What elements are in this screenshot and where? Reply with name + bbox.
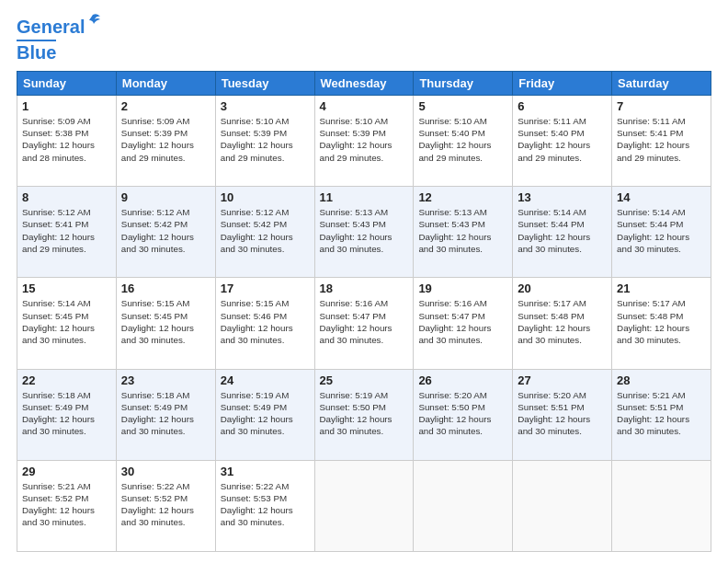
day-info: Sunrise: 5:14 AMSunset: 5:45 PMDaylight:… (22, 297, 111, 346)
week-row-1: 1Sunrise: 5:09 AMSunset: 5:38 PMDaylight… (17, 96, 711, 187)
day-number: 14 (617, 190, 706, 204)
day-info: Sunrise: 5:09 AMSunset: 5:39 PMDaylight:… (121, 115, 210, 164)
calendar-cell: 14Sunrise: 5:14 AMSunset: 5:44 PMDayligh… (612, 187, 711, 278)
week-row-4: 22Sunrise: 5:18 AMSunset: 5:49 PMDayligh… (17, 369, 711, 460)
calendar-cell: 6Sunrise: 5:11 AMSunset: 5:40 PMDaylight… (513, 96, 612, 187)
day-info: Sunrise: 5:16 AMSunset: 5:47 PMDaylight:… (418, 297, 507, 346)
day-number: 21 (617, 282, 706, 295)
calendar-cell: 31Sunrise: 5:22 AMSunset: 5:53 PMDayligh… (215, 460, 314, 551)
day-number: 31 (221, 465, 310, 478)
calendar-cell (513, 460, 612, 551)
calendar-cell: 17Sunrise: 5:15 AMSunset: 5:46 PMDayligh… (215, 278, 314, 369)
day-number: 20 (518, 282, 607, 295)
day-info: Sunrise: 5:10 AMSunset: 5:39 PMDaylight:… (320, 115, 409, 164)
col-header-wednesday: Wednesday (314, 72, 414, 96)
calendar-cell: 5Sunrise: 5:10 AMSunset: 5:40 PMDaylight… (414, 96, 513, 187)
day-number: 11 (320, 190, 409, 204)
col-header-monday: Monday (116, 72, 215, 96)
week-row-5: 29Sunrise: 5:21 AMSunset: 5:52 PMDayligh… (17, 460, 711, 551)
calendar-cell: 28Sunrise: 5:21 AMSunset: 5:51 PMDayligh… (612, 369, 711, 460)
day-number: 8 (22, 190, 111, 204)
calendar-table: SundayMondayTuesdayWednesdayThursdayFrid… (17, 71, 711, 552)
day-number: 24 (221, 373, 310, 387)
day-number: 10 (221, 190, 310, 204)
day-info: Sunrise: 5:21 AMSunset: 5:51 PMDaylight:… (617, 389, 706, 438)
day-number: 9 (121, 190, 210, 204)
day-info: Sunrise: 5:17 AMSunset: 5:48 PMDaylight:… (518, 297, 607, 346)
day-number: 26 (418, 373, 507, 387)
day-info: Sunrise: 5:13 AMSunset: 5:43 PMDaylight:… (418, 206, 507, 255)
day-number: 15 (22, 282, 111, 295)
calendar-cell: 25Sunrise: 5:19 AMSunset: 5:50 PMDayligh… (314, 369, 414, 460)
day-number: 3 (221, 99, 310, 113)
calendar-body: 1Sunrise: 5:09 AMSunset: 5:38 PMDaylight… (17, 96, 711, 552)
day-info: Sunrise: 5:11 AMSunset: 5:41 PMDaylight:… (617, 115, 706, 164)
calendar-cell: 19Sunrise: 5:16 AMSunset: 5:47 PMDayligh… (414, 278, 513, 369)
day-number: 18 (320, 282, 409, 295)
logo-bird-icon (85, 13, 101, 31)
column-header-row: SundayMondayTuesdayWednesdayThursdayFrid… (17, 72, 711, 96)
day-info: Sunrise: 5:19 AMSunset: 5:50 PMDaylight:… (320, 389, 409, 438)
calendar-cell: 3Sunrise: 5:10 AMSunset: 5:39 PMDaylight… (215, 96, 314, 187)
calendar-cell: 11Sunrise: 5:13 AMSunset: 5:43 PMDayligh… (314, 187, 414, 278)
page: General Blue SundayMondayTuesdayWednesda… (0, 0, 728, 563)
calendar-cell (314, 460, 414, 551)
calendar-cell: 4Sunrise: 5:10 AMSunset: 5:39 PMDaylight… (314, 96, 414, 187)
col-header-friday: Friday (513, 72, 612, 96)
calendar-cell: 30Sunrise: 5:22 AMSunset: 5:52 PMDayligh… (116, 460, 215, 551)
calendar-cell: 9Sunrise: 5:12 AMSunset: 5:42 PMDaylight… (116, 187, 215, 278)
day-info: Sunrise: 5:15 AMSunset: 5:45 PMDaylight:… (121, 297, 210, 346)
calendar-cell: 10Sunrise: 5:12 AMSunset: 5:42 PMDayligh… (215, 187, 314, 278)
day-info: Sunrise: 5:09 AMSunset: 5:38 PMDaylight:… (22, 115, 111, 164)
week-row-2: 8Sunrise: 5:12 AMSunset: 5:41 PMDaylight… (17, 187, 711, 278)
calendar-cell: 23Sunrise: 5:18 AMSunset: 5:49 PMDayligh… (116, 369, 215, 460)
day-number: 25 (320, 373, 409, 387)
day-info: Sunrise: 5:20 AMSunset: 5:51 PMDaylight:… (518, 389, 607, 438)
calendar-cell (414, 460, 513, 551)
day-number: 29 (22, 465, 111, 478)
day-info: Sunrise: 5:17 AMSunset: 5:48 PMDaylight:… (617, 297, 706, 346)
day-number: 5 (418, 99, 507, 113)
day-info: Sunrise: 5:11 AMSunset: 5:40 PMDaylight:… (518, 115, 607, 164)
calendar-cell: 18Sunrise: 5:16 AMSunset: 5:47 PMDayligh… (314, 278, 414, 369)
calendar-cell: 29Sunrise: 5:21 AMSunset: 5:52 PMDayligh… (17, 460, 117, 551)
week-row-3: 15Sunrise: 5:14 AMSunset: 5:45 PMDayligh… (17, 278, 711, 369)
calendar-cell: 1Sunrise: 5:09 AMSunset: 5:38 PMDaylight… (17, 96, 117, 187)
day-info: Sunrise: 5:10 AMSunset: 5:39 PMDaylight:… (221, 115, 310, 164)
day-number: 19 (418, 282, 507, 295)
day-info: Sunrise: 5:22 AMSunset: 5:53 PMDaylight:… (221, 480, 310, 529)
header: General Blue (17, 17, 711, 63)
day-info: Sunrise: 5:10 AMSunset: 5:40 PMDaylight:… (418, 115, 507, 164)
col-header-sunday: Sunday (17, 72, 117, 96)
col-header-saturday: Saturday (612, 72, 711, 96)
day-number: 16 (121, 282, 210, 295)
day-number: 4 (320, 99, 409, 113)
calendar-cell: 27Sunrise: 5:20 AMSunset: 5:51 PMDayligh… (513, 369, 612, 460)
day-number: 17 (221, 282, 310, 295)
logo: General Blue (17, 17, 85, 63)
calendar-cell (612, 460, 711, 551)
calendar-cell: 24Sunrise: 5:19 AMSunset: 5:49 PMDayligh… (215, 369, 314, 460)
day-number: 23 (121, 373, 210, 387)
day-info: Sunrise: 5:18 AMSunset: 5:49 PMDaylight:… (22, 389, 111, 438)
day-number: 2 (121, 99, 210, 113)
calendar-cell: 20Sunrise: 5:17 AMSunset: 5:48 PMDayligh… (513, 278, 612, 369)
day-info: Sunrise: 5:21 AMSunset: 5:52 PMDaylight:… (22, 480, 111, 529)
calendar-cell: 26Sunrise: 5:20 AMSunset: 5:50 PMDayligh… (414, 369, 513, 460)
calendar-cell: 22Sunrise: 5:18 AMSunset: 5:49 PMDayligh… (17, 369, 117, 460)
day-info: Sunrise: 5:16 AMSunset: 5:47 PMDaylight:… (320, 297, 409, 346)
calendar-cell: 16Sunrise: 5:15 AMSunset: 5:45 PMDayligh… (116, 278, 215, 369)
day-number: 6 (518, 99, 607, 113)
day-number: 28 (617, 373, 706, 387)
day-number: 27 (518, 373, 607, 387)
day-info: Sunrise: 5:18 AMSunset: 5:49 PMDaylight:… (121, 389, 210, 438)
day-number: 13 (518, 190, 607, 204)
day-info: Sunrise: 5:14 AMSunset: 5:44 PMDaylight:… (617, 206, 706, 255)
calendar-cell: 2Sunrise: 5:09 AMSunset: 5:39 PMDaylight… (116, 96, 215, 187)
day-number: 7 (617, 99, 706, 113)
logo-blue: Blue (17, 40, 56, 63)
day-info: Sunrise: 5:13 AMSunset: 5:43 PMDaylight:… (320, 206, 409, 255)
calendar-cell: 8Sunrise: 5:12 AMSunset: 5:41 PMDaylight… (17, 187, 117, 278)
day-info: Sunrise: 5:20 AMSunset: 5:50 PMDaylight:… (418, 389, 507, 438)
day-number: 12 (418, 190, 507, 204)
